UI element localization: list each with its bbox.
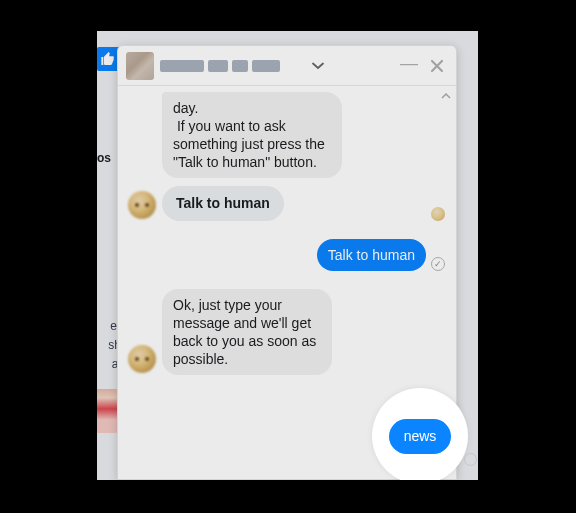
bot-message: Ok, just type your message and we'll get…: [162, 289, 332, 375]
behind-post-fragment: os: [97, 151, 117, 167]
bot-avatar[interactable]: [128, 345, 156, 373]
message-row: day. If you want to ask something just p…: [128, 92, 446, 178]
news-quick-reply-chip[interactable]: news: [389, 419, 452, 454]
message-row: Ok, just type your message and we'll get…: [128, 289, 446, 375]
pending-indicator-icon: [464, 453, 477, 466]
delivered-indicator-icon: ✓: [431, 257, 445, 271]
chat-header-title[interactable]: [160, 58, 304, 74]
close-button[interactable]: [426, 55, 448, 77]
thumbs-up-icon: [100, 51, 116, 67]
message-row: Talk to human ✓: [128, 239, 446, 271]
close-icon: [430, 59, 444, 73]
chat-header-avatar[interactable]: [126, 52, 154, 80]
message-row: Talk to human: [128, 186, 446, 221]
user-message: Talk to human: [317, 239, 426, 271]
seen-indicator-icon: [431, 207, 445, 221]
chat-header: —: [118, 46, 456, 86]
chevron-down-icon[interactable]: [310, 58, 326, 74]
bot-avatar[interactable]: [128, 191, 156, 219]
minimize-button[interactable]: —: [398, 53, 420, 75]
scroll-up-icon[interactable]: [440, 90, 452, 102]
highlight-circle: news: [372, 388, 468, 480]
quick-reply-button[interactable]: Talk to human: [162, 186, 284, 221]
bot-message: day. If you want to ask something just p…: [162, 92, 342, 178]
